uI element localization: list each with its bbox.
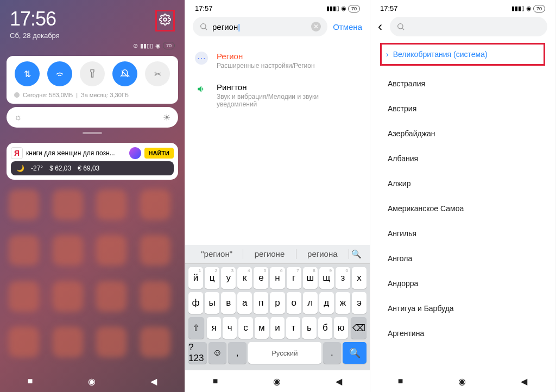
- status-bar: 17:57 ▮▮▮▯ ◉ 70: [370, 0, 555, 14]
- nav-home[interactable]: ◉: [458, 376, 466, 387]
- yandex-widget[interactable]: Я книги для женщин для позн... НАЙТИ 🌙 -…: [7, 143, 178, 180]
- key-л[interactable]: л: [303, 292, 318, 314]
- key-я[interactable]: я: [207, 317, 221, 339]
- key-е[interactable]: е5: [254, 267, 268, 289]
- back-button[interactable]: ‹: [378, 19, 382, 34]
- key-ь[interactable]: ь: [302, 317, 316, 339]
- shift-key[interactable]: ⇧: [188, 317, 204, 339]
- key-к[interactable]: к4: [237, 267, 252, 289]
- wifi-icon: ◉: [155, 42, 161, 49]
- key-ш[interactable]: ш8: [303, 267, 318, 289]
- brightness-high-icon: ☀: [163, 112, 170, 123]
- region-item[interactable]: Австрия: [380, 96, 545, 121]
- screenshot-toggle[interactable]: ✂: [145, 61, 170, 86]
- key-п[interactable]: п: [254, 292, 268, 314]
- region-item[interactable]: Австралия: [380, 71, 545, 96]
- nav-recent[interactable]: ■: [213, 376, 218, 386]
- region-item[interactable]: Аргентина: [380, 321, 545, 346]
- key-т[interactable]: т: [286, 317, 300, 339]
- key-ю[interactable]: ю: [334, 317, 348, 339]
- key-б[interactable]: б: [318, 317, 332, 339]
- symbols-key[interactable]: ?123: [188, 342, 207, 364]
- key-э[interactable]: э: [352, 292, 367, 314]
- region-item[interactable]: Албания: [380, 146, 545, 171]
- search-input[interactable]: регион ✕: [193, 17, 327, 36]
- phone-3-region-list: 17:57 ▮▮▮▯ ◉ 70 ‹ › Великобритания (сист…: [370, 0, 555, 392]
- region-item[interactable]: Ангола: [380, 246, 545, 271]
- nav-home[interactable]: ◉: [88, 376, 96, 387]
- region-item[interactable]: Алжир: [380, 171, 545, 196]
- battery-badge: 70: [533, 5, 545, 12]
- data-toggle[interactable]: ⇅: [15, 61, 40, 86]
- result-title: Рингтон: [217, 83, 360, 92]
- flashlight-toggle[interactable]: [80, 61, 105, 86]
- key-й[interactable]: й1: [188, 267, 203, 289]
- nav-back[interactable]: ◀: [150, 376, 157, 387]
- key-ж[interactable]: ж: [336, 292, 350, 314]
- backspace-key[interactable]: ⌫: [351, 317, 367, 339]
- region-item[interactable]: Американское Самоа: [380, 196, 545, 221]
- alice-icon[interactable]: [129, 147, 141, 159]
- suggestion[interactable]: регионе: [243, 249, 296, 259]
- suggestion[interactable]: региона: [296, 249, 349, 259]
- key-у[interactable]: у3: [221, 267, 236, 289]
- space-key[interactable]: Русский: [248, 342, 321, 364]
- clock: 17:56: [10, 8, 60, 30]
- period-key[interactable]: .: [323, 342, 342, 364]
- suggestion[interactable]: "регион": [191, 249, 243, 259]
- wifi-toggle[interactable]: [47, 61, 72, 86]
- mute-toggle[interactable]: [112, 61, 137, 86]
- emoji-key[interactable]: ☺: [208, 342, 227, 364]
- result-region[interactable]: ⋯ Регион Расширенные настройки/Регион: [195, 45, 360, 76]
- search-key[interactable]: 🔍: [343, 342, 367, 364]
- key-з[interactable]: з0: [336, 267, 350, 289]
- nav-recent[interactable]: ■: [28, 376, 33, 386]
- key-с[interactable]: с: [238, 317, 252, 339]
- search-input[interactable]: [390, 17, 547, 36]
- nav-home[interactable]: ◉: [273, 376, 281, 387]
- nav-recent[interactable]: ■: [398, 376, 403, 386]
- key-и[interactable]: и: [270, 317, 285, 339]
- key-ф[interactable]: ф: [188, 292, 203, 314]
- key-ч[interactable]: ч: [223, 317, 237, 339]
- region-item[interactable]: Азербайджан: [380, 121, 545, 146]
- phone-2-search-settings: 17:57 ▮▮▮▯ ◉ 70 регион ✕ Отмена ⋯ Регион…: [185, 0, 370, 392]
- key-в[interactable]: в: [221, 292, 236, 314]
- panel-handle[interactable]: [83, 132, 102, 134]
- key-а[interactable]: а: [237, 292, 252, 314]
- brightness-slider[interactable]: ☼ ☀: [7, 107, 178, 128]
- data-usage-row: Сегодня: 583,0МБ|За месяц: 3,30ГБ: [11, 86, 174, 98]
- current-region-highlight[interactable]: › Великобритания (система): [380, 43, 545, 66]
- key-р[interactable]: р: [270, 292, 285, 314]
- region-item[interactable]: Антигуа и Барбуда: [380, 296, 545, 321]
- search-icon[interactable]: 🔍: [349, 249, 364, 259]
- key-д[interactable]: д: [319, 292, 334, 314]
- key-о[interactable]: о: [287, 292, 301, 314]
- result-sub: Звук и вибрация/Мелодии и звуки уведомле…: [217, 93, 360, 108]
- nav-back[interactable]: ◀: [521, 376, 527, 387]
- settings-highlight: [155, 10, 175, 31]
- key-ц[interactable]: ц2: [205, 267, 219, 289]
- result-ringtone[interactable]: Рингтон Звук и вибрация/Мелодии и звуки …: [195, 76, 360, 115]
- yandex-weather-row[interactable]: 🌙 -27° $ 62,03 € 69,03: [11, 161, 174, 175]
- yandex-search-text: книги для женщин для позн...: [26, 149, 126, 157]
- cancel-button[interactable]: Отмена: [333, 22, 362, 31]
- key-н[interactable]: н6: [270, 267, 285, 289]
- key-м[interactable]: м: [255, 317, 269, 339]
- key-ы[interactable]: ы: [205, 292, 219, 314]
- search-value: регион: [212, 22, 307, 31]
- yandex-find-button[interactable]: НАЙТИ: [144, 148, 174, 159]
- clear-icon[interactable]: ✕: [311, 22, 321, 31]
- region-item[interactable]: Ангилья: [380, 221, 545, 246]
- current-region-label: Великобритания (система): [393, 50, 488, 59]
- comma-key[interactable]: ,: [228, 342, 247, 364]
- key-г[interactable]: г7: [287, 267, 301, 289]
- key-х[interactable]: х: [352, 267, 367, 289]
- nav-bar: ■ ◉ ◀: [0, 370, 185, 392]
- region-item[interactable]: Андорра: [380, 271, 545, 296]
- key-щ[interactable]: щ9: [319, 267, 334, 289]
- usd-rate: $ 62,03: [49, 165, 71, 172]
- nav-back[interactable]: ◀: [336, 376, 342, 387]
- gear-icon[interactable]: [159, 14, 171, 26]
- search-header: регион ✕ Отмена: [185, 14, 370, 40]
